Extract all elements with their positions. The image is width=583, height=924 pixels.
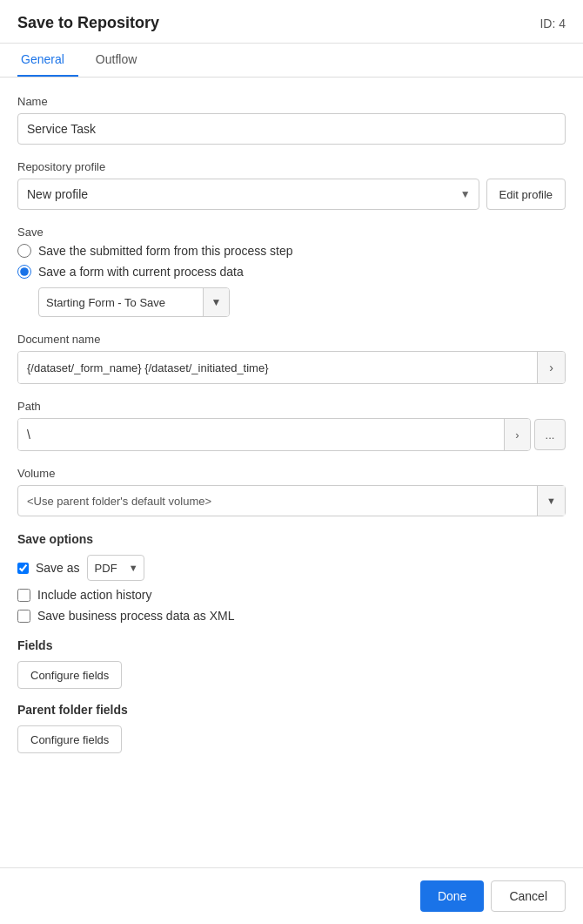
doc-name-label: Document name [17,333,566,346]
path-group: Path › ... [17,400,566,451]
save-xml-checkbox-row[interactable]: Save business process data as XML [17,609,566,623]
repo-profile-select-wrapper: New profile ▼ [17,179,479,210]
volume-group: Volume <Use parent folder's default volu… [17,467,566,516]
path-expand-button[interactable]: › [504,419,530,450]
include-history-label: Include action history [37,588,152,602]
save-options-title: Save options [17,532,566,546]
save-option-submitted[interactable]: Save the submitted form from this proces… [17,244,566,258]
starting-form-row: Starting Form - To Save ▼ [38,287,566,317]
path-label: Path [17,400,566,413]
name-label: Name [17,95,566,108]
parent-folder-section: Parent folder fields Configure fields [17,703,566,753]
cancel-button[interactable]: Cancel [491,880,566,912]
done-button[interactable]: Done [420,880,484,912]
configure-fields-button[interactable]: Configure fields [17,661,122,689]
save-options-group: Save options Save as PDF Word Excel ▼ In… [17,532,566,623]
task-id: ID: 4 [539,17,566,30]
fields-title: Fields [17,638,566,652]
name-group: Name [17,95,566,145]
header: Save to Repository ID: 4 [0,0,583,44]
starting-form-dropdown-icon[interactable]: ▼ [203,288,229,316]
tab-general[interactable]: General [17,44,78,77]
starting-form-select-wrapper[interactable]: Starting Form - To Save ▼ [38,287,230,317]
repo-profile-label: Repository profile [17,160,566,173]
footer: Done Cancel [0,867,583,924]
save-label: Save [17,226,566,239]
save-as-row: Save as PDF Word Excel ▼ [17,555,566,581]
volume-label: Volume [17,467,566,480]
path-input-wrapper: › [17,418,531,451]
repo-profile-row: New profile ▼ Edit profile [17,179,566,210]
name-input[interactable] [17,113,566,145]
save-as-checkbox[interactable] [17,563,29,574]
doc-name-expand-button[interactable]: › [537,352,565,383]
save-option-submitted-label: Save the submitted form from this proces… [38,244,293,258]
volume-wrapper[interactable]: <Use parent folder's default volume> ▼ [17,485,566,516]
save-xml-label: Save business process data as XML [37,609,234,623]
repo-profile-group: Repository profile New profile ▼ Edit pr… [17,160,566,210]
doc-name-input[interactable] [18,352,537,383]
tab-outflow[interactable]: Outflow [92,44,151,77]
content-area: Name Repository profile New profile ▼ Ed… [0,78,583,837]
repo-profile-select[interactable]: New profile [17,179,479,210]
save-xml-checkbox[interactable] [17,610,30,623]
fields-section: Fields Configure fields [17,638,566,689]
volume-dropdown-icon[interactable]: ▼ [537,486,565,516]
save-option-current-label: Save a form with current process data [38,265,244,279]
configure-parent-fields-button[interactable]: Configure fields [17,725,122,753]
doc-name-row: › [17,351,566,384]
include-history-checkbox-row[interactable]: Include action history [17,588,566,602]
doc-name-group: Document name › [17,333,566,384]
volume-text: <Use parent folder's default volume> [18,495,537,508]
path-browse-button[interactable]: ... [534,419,566,450]
include-history-checkbox[interactable] [17,589,30,602]
starting-form-text: Starting Form - To Save [39,296,203,309]
path-row: › ... [17,418,566,451]
save-as-select[interactable]: PDF Word Excel [88,556,144,580]
path-input[interactable] [18,419,504,450]
tabs-bar: General Outflow [0,44,583,78]
save-option-current-radio[interactable] [17,265,31,279]
save-radio-group: Save the submitted form from this proces… [17,244,566,279]
save-as-label: Save as [36,561,80,575]
save-option-current[interactable]: Save a form with current process data [17,265,566,279]
edit-profile-button[interactable]: Edit profile [486,179,566,210]
save-as-select-wrapper: PDF Word Excel ▼ [87,555,144,581]
save-option-submitted-radio[interactable] [17,244,31,258]
save-group: Save Save the submitted form from this p… [17,226,566,317]
parent-folder-title: Parent folder fields [17,703,566,717]
page-title: Save to Repository [17,14,159,32]
